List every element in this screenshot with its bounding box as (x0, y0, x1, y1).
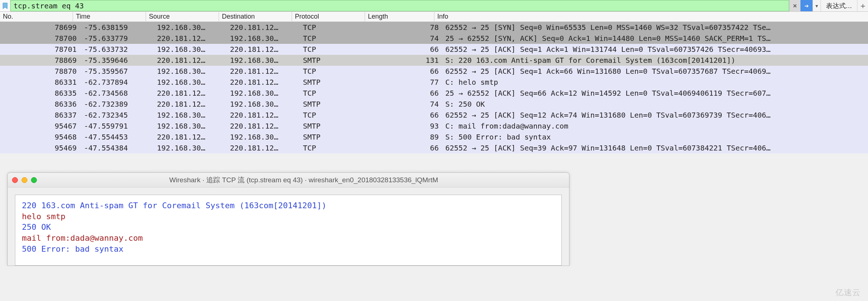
packet-no: 78870 (8, 67, 81, 76)
packet-time: -75.638159 (81, 23, 154, 32)
packet-source: 192.168.30… (154, 78, 227, 87)
column-header-info[interactable]: Info (434, 12, 868, 21)
packet-list-table: No. Time Source Destination Protocol Len… (0, 12, 868, 153)
packet-info: C: helo smtp (442, 78, 868, 87)
packet-time: -75.633732 (81, 45, 154, 54)
packet-destination: 192.168.30… (227, 133, 300, 141)
column-header-no[interactable]: No. (0, 12, 73, 21)
packet-protocol: SMTP (300, 122, 373, 130)
packet-protocol: TCP (300, 45, 373, 54)
table-row[interactable]: 95467-47.559791192.168.30…220.181.12…SMT… (0, 121, 868, 132)
packet-info: 62552 → 25 [ACK] Seq=12 Ack=74 Win=13168… (442, 111, 868, 119)
packet-source: 192.168.30… (154, 67, 227, 76)
packet-destination: 220.181.12… (227, 144, 300, 152)
packet-destination: 220.181.12… (227, 23, 300, 32)
minimize-window-button[interactable] (22, 177, 27, 183)
column-header-destination[interactable]: Destination (219, 12, 292, 21)
column-header-source[interactable]: Source (146, 12, 219, 21)
packet-table-header[interactable]: No. Time Source Destination Protocol Len… (0, 12, 868, 22)
packet-source: 220.181.12… (154, 133, 227, 141)
expression-button[interactable]: 表达式… (821, 0, 857, 11)
packet-length: 66 (373, 89, 442, 98)
packet-info: 62552 → 25 [ACK] Seq=1 Ack=66 Win=131680… (442, 67, 868, 76)
packet-info: S: 250 OK (442, 100, 868, 108)
table-row[interactable]: 78699-75.638159192.168.30…220.181.12…TCP… (0, 22, 868, 33)
table-row[interactable]: 86335-62.734568220.181.12…192.168.30…TCP… (0, 88, 868, 99)
packet-destination: 220.181.12… (227, 78, 300, 87)
add-filter-button[interactable]: ＋ (857, 0, 868, 11)
packet-length: 66 (373, 67, 442, 76)
packet-length: 74 (373, 100, 442, 108)
follow-tcp-stream-window: Wireshark · 追踪 TCP 流 (tcp.stream eq 43) … (7, 172, 569, 266)
packet-protocol: TCP (300, 67, 373, 76)
column-header-length[interactable]: Length (365, 12, 434, 21)
server-line: 250 OK (22, 222, 555, 233)
packet-time: -75.359567 (81, 67, 154, 76)
packet-protocol: TCP (300, 34, 373, 43)
packet-no: 95467 (8, 122, 81, 130)
column-header-time[interactable]: Time (73, 12, 146, 21)
packet-protocol: TCP (300, 23, 373, 32)
packet-destination: 220.181.12… (227, 45, 300, 54)
filter-history-dropdown[interactable]: ▾ (813, 0, 821, 11)
packet-source: 192.168.30… (154, 122, 227, 130)
table-row[interactable]: 78870-75.359567192.168.30…220.181.12…TCP… (0, 66, 868, 77)
table-row[interactable]: 86331-62.737894192.168.30…220.181.12…SMT… (0, 77, 868, 88)
table-row[interactable]: 95469-47.554384192.168.30…220.181.12…TCP… (0, 142, 868, 153)
column-header-protocol[interactable]: Protocol (292, 12, 365, 21)
client-line: mail from:dada@wannay.com (22, 233, 555, 244)
packet-no: 78869 (8, 56, 81, 65)
packet-no: 95469 (8, 144, 81, 152)
packet-time: -47.554384 (81, 144, 154, 152)
packet-protocol: SMTP (300, 78, 373, 87)
table-row[interactable]: 78869-75.359646220.181.12…192.168.30…SMT… (0, 55, 868, 66)
window-controls (12, 177, 37, 183)
table-row[interactable]: 78700-75.633779220.181.12…192.168.30…TCP… (0, 33, 868, 44)
maximize-window-button[interactable] (31, 177, 37, 183)
packet-time: -47.559791 (81, 122, 154, 130)
packet-length: 74 (373, 34, 442, 43)
packet-destination: 192.168.30… (227, 89, 300, 98)
packet-info: 25 → 62552 [ACK] Seq=66 Ack=12 Win=14592… (442, 89, 868, 98)
server-line: 220 163.com Anti-spam GT for Coremail Sy… (22, 200, 555, 211)
stream-content-area[interactable]: 220 163.com Anti-spam GT for Coremail Sy… (15, 195, 562, 266)
packet-source: 220.181.12… (154, 100, 227, 108)
packet-length: 93 (373, 122, 442, 130)
packet-length: 89 (373, 133, 442, 141)
packet-length: 131 (373, 56, 442, 65)
table-row[interactable]: 86336-62.732389220.181.12…192.168.30…SMT… (0, 99, 868, 110)
packet-no: 78699 (8, 23, 81, 32)
packet-source: 192.168.30… (154, 23, 227, 32)
packet-no: 78700 (8, 34, 81, 43)
table-row[interactable]: 86337-62.732345192.168.30…220.181.12…TCP… (0, 110, 868, 121)
table-row[interactable]: 95468-47.554453220.181.12…192.168.30…SMT… (0, 132, 868, 142)
client-line: helo smtp (22, 211, 555, 222)
packet-destination: 192.168.30… (227, 56, 300, 65)
close-window-button[interactable] (12, 177, 18, 183)
packet-time: -62.734568 (81, 89, 154, 98)
packet-destination: 220.181.12… (227, 67, 300, 76)
packet-protocol: TCP (300, 89, 373, 98)
packet-destination: 192.168.30… (227, 100, 300, 108)
packet-length: 78 (373, 23, 442, 32)
bookmark-icon[interactable] (0, 0, 10, 11)
clear-filter-button[interactable]: ✕ (789, 0, 800, 11)
packet-no: 78701 (8, 45, 81, 54)
packet-info: C: mail from:dada@wannay.com (442, 122, 868, 130)
packet-protocol: TCP (300, 144, 373, 152)
window-titlebar[interactable]: Wireshark · 追踪 TCP 流 (tcp.stream eq 43) … (8, 173, 569, 187)
window-title: Wireshark · 追踪 TCP 流 (tcp.stream eq 43) … (43, 175, 565, 185)
packet-source: 192.168.30… (154, 144, 227, 152)
apply-filter-button[interactable]: ➔ (800, 0, 813, 11)
packet-source: 192.168.30… (154, 111, 227, 119)
packet-protocol: SMTP (300, 56, 373, 65)
display-filter-input[interactable] (10, 0, 789, 11)
packet-destination: 220.181.12… (227, 111, 300, 119)
packet-source: 220.181.12… (154, 34, 227, 43)
packet-source: 192.168.30… (154, 45, 227, 54)
table-row[interactable]: 78701-75.633732192.168.30…220.181.12…TCP… (0, 44, 868, 55)
packet-info: S: 220 163.com Anti-spam GT for Coremail… (442, 56, 868, 65)
packet-destination: 220.181.12… (227, 122, 300, 130)
packet-time: -75.633779 (81, 34, 154, 43)
packet-protocol: SMTP (300, 100, 373, 108)
